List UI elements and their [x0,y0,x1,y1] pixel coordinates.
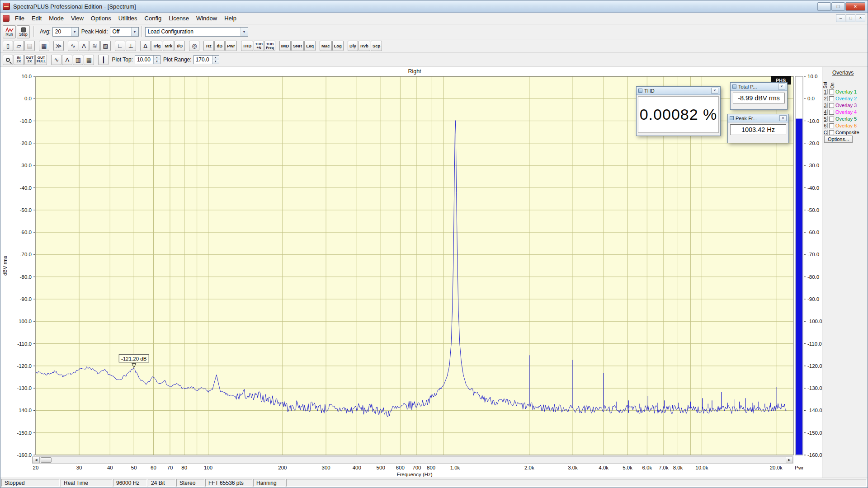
scroll-right-icon[interactable]: ▶ [786,457,793,463]
chevron-down-icon[interactable]: ▼ [71,28,78,36]
marker-button[interactable]: Mrk [163,41,174,51]
menu-help[interactable]: Help [221,13,240,23]
overlay-set-link[interactable]: 2 [823,96,828,101]
imd-button[interactable]: IMD [279,41,291,51]
menu-window[interactable]: Window [193,13,221,23]
overlay-on-checkbox[interactable] [829,123,834,128]
generator-button[interactable]: ◎ [189,41,199,51]
thd-panel[interactable]: THD × 0.00082 % [636,86,721,136]
histogram-plot-button[interactable]: ▥ [73,55,83,65]
overlay-set-link[interactable]: 1 [823,89,828,94]
scp-button[interactable]: Scp [371,41,382,51]
total-power-titlebar[interactable]: Total P... × [731,83,787,91]
menu-license[interactable]: License [165,13,193,23]
hz-button[interactable]: Hz [203,41,214,51]
spin-up-icon[interactable]: ▲ [154,56,160,60]
avg-select[interactable]: 20 ▼ [52,27,79,37]
spectrum-plot-button[interactable]: Λ [62,55,72,65]
status-state: Stopped [1,479,60,487]
zoom-in-2x-button[interactable]: IN2X [14,55,24,65]
zoom-button[interactable] [3,55,13,65]
spin-down-icon[interactable]: ▼ [212,60,219,64]
close-button[interactable]: × [845,2,865,11]
mdi-minimize-button[interactable]: – [836,14,845,22]
mdi-restore-button[interactable]: □ [846,14,855,22]
time-plot-button[interactable]: ∿ [51,55,61,65]
horizontal-scrollbar[interactable]: ◀ ▶ [32,456,793,464]
peak-frequency-panel[interactable]: Peak Fr... × 1003.42 Hz [727,114,789,143]
run-button[interactable]: Run [3,25,16,38]
x-axis-scale-button[interactable]: ∟ [115,41,125,51]
menu-view[interactable]: View [67,13,87,23]
menu-utilities[interactable]: Utilities [115,13,141,23]
menu-options[interactable]: Options [87,13,115,23]
io-button[interactable]: I/O [175,41,185,51]
overlay-on-checkbox[interactable] [829,130,834,135]
overlay-on-checkbox[interactable] [829,117,834,122]
spin-down-icon[interactable]: ▼ [154,60,160,64]
thd-panel-titlebar[interactable]: THD × [637,87,720,95]
db-button[interactable]: dB [214,41,225,51]
spectrum-view-button[interactable]: Λ [79,41,89,51]
overlays-options-button[interactable]: Options... [824,136,853,143]
log-button[interactable]: Log [332,41,344,51]
delta-cursor-button[interactable]: Δ [140,41,151,51]
print-button[interactable]: ▦ [39,41,49,51]
pwr-button[interactable]: Pwr [225,41,236,51]
zoom-out-2x-button[interactable]: OUT2X [24,55,35,65]
overlay-set-link[interactable]: 6 [823,123,828,128]
overlay-on-checkbox[interactable] [829,110,834,115]
mac-button[interactable]: Mac [320,41,331,51]
scrollbar-thumb[interactable] [41,457,52,463]
menu-mode[interactable]: Mode [45,13,67,23]
surface-view-button[interactable]: ≋ [90,41,100,51]
ruler-button[interactable]: ┃ [98,55,108,65]
peak-frequency-titlebar[interactable]: Peak Fr... × [728,114,788,122]
time-series-view-button[interactable]: ∿ [68,41,78,51]
overlay-set-link[interactable]: 5 [823,116,828,122]
mdi-close-button[interactable]: × [856,14,865,22]
rvb-button[interactable]: Rvb [359,41,370,51]
maximize-button[interactable]: □ [831,2,845,11]
thd-n-button[interactable]: THD+N [254,41,264,51]
open-file-button[interactable]: ▱ [14,41,24,51]
overlay-on-checkbox[interactable] [829,103,834,108]
minimize-button[interactable]: – [817,2,831,11]
zoom-out-full-button[interactable]: OUTFULL [35,55,47,65]
chevron-down-icon[interactable]: ▼ [131,28,138,36]
plot-range-spinner[interactable]: 170.0 ▲▼ [193,55,219,64]
menu-config[interactable]: Config [141,13,165,23]
chevron-down-icon[interactable]: ▼ [241,28,248,36]
overlay-set-link[interactable]: 3 [823,103,828,108]
stop-button[interactable]: Stop [17,25,30,38]
trigger-button[interactable]: Trig [151,41,162,51]
close-icon[interactable]: × [711,88,718,94]
svg-text:-70.0: -70.0 [807,252,819,257]
plot-top-spinner[interactable]: 10.00 ▲▼ [135,55,160,64]
peak-hold-select[interactable]: Off ▼ [110,27,139,37]
overlay-on-checkbox[interactable] [829,96,834,101]
menu-file[interactable]: File [11,13,28,23]
thd-button[interactable]: THD [241,41,254,51]
leq-button[interactable]: Leq [304,41,316,51]
overlay-on-checkbox[interactable] [829,89,834,94]
save-button[interactable]: ▤ [24,41,35,51]
total-power-panel[interactable]: Total P... × -8.99 dBV rms [730,82,788,110]
thd-freq-button[interactable]: THDFreq [264,41,275,51]
overlay-set-link[interactable]: C [823,130,828,135]
close-icon[interactable]: × [778,84,785,89]
scroll-left-icon[interactable]: ◀ [33,457,40,463]
snr-button[interactable]: SNR [291,41,304,51]
menu-edit[interactable]: Edit [28,13,45,23]
new-file-button[interactable]: ▯ [3,41,13,51]
spectrogram-view-button[interactable]: ▨ [100,41,111,51]
spin-up-icon[interactable]: ▲ [212,56,219,60]
fast-forward-button[interactable]: ≫ [53,41,64,51]
grid-plot-button[interactable]: ▦ [84,55,94,65]
overlay-set-link[interactable]: 4 [823,109,828,115]
dly-button[interactable]: Dly [348,41,358,51]
y-axis-scale-button[interactable]: ⊥ [126,41,136,51]
spectrum-plot-area[interactable]: 10.010.00.00.0-10.0-10.0-20.0-20.0-30.0-… [0,67,868,478]
load-configuration-select[interactable]: Load Configuration ▼ [145,27,248,37]
close-icon[interactable]: × [779,115,787,121]
